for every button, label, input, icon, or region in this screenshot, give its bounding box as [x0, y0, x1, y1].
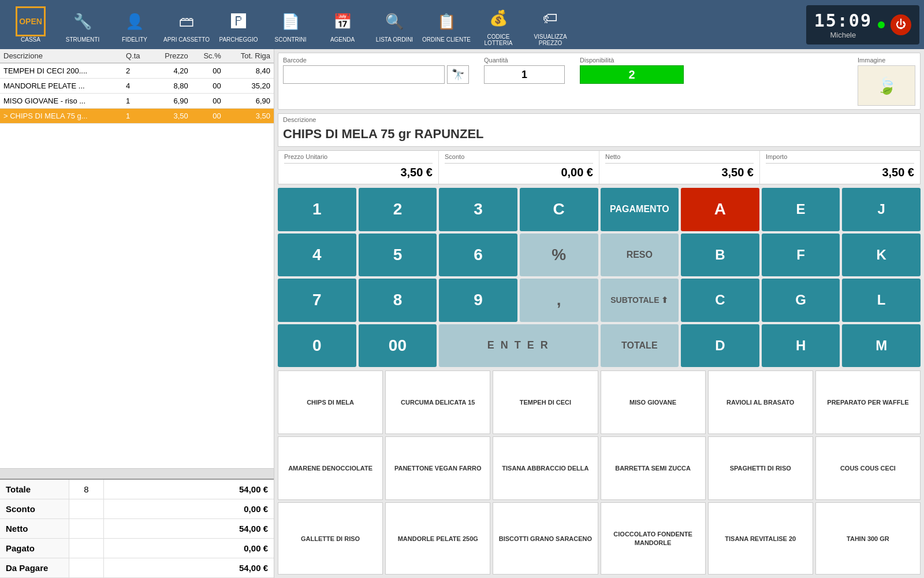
btn-totale[interactable]: TOTALE — [601, 324, 679, 368]
pagato-qty — [69, 539, 104, 558]
product-btn-4[interactable]: RAVIOLI AL BRASATO — [708, 370, 813, 434]
price-sconto-val: 0,00 € — [445, 163, 593, 181]
btn-f[interactable]: F — [762, 234, 840, 277]
toolbar-btn-strumenti[interactable]: 🔧 STRUMENTI — [57, 3, 109, 46]
product-btn-13[interactable]: MANDORLE PELATE 250G — [385, 502, 490, 575]
btn-d[interactable]: D — [681, 324, 759, 368]
product-btn-2[interactable]: TEMPEH DI CECI — [493, 370, 598, 434]
num-5[interactable]: 5 — [359, 234, 437, 277]
prezzo-label: Prezzo Unitario — [284, 153, 433, 160]
col-totriga: Tot. Riga — [225, 49, 274, 63]
row-sc: 00 — [192, 79, 225, 94]
product-btn-8[interactable]: TISANA ABBRACCIO DELLA — [493, 436, 598, 500]
codice-lotteria-icon: 💰 — [483, 3, 513, 34]
toolbar-label-parcheggio: PARCHEGGIO — [219, 36, 258, 43]
barcode-row: Barcode 🔭 Quantità Disponibilità 2 Immag… — [278, 53, 921, 110]
qty-input[interactable] — [484, 65, 565, 84]
barcode-input[interactable] — [283, 65, 445, 84]
scan-button[interactable]: 🔭 — [447, 65, 469, 84]
btn-m[interactable]: M — [842, 324, 921, 368]
toolbar-btn-cassa[interactable]: OPEN CASSA — [5, 3, 57, 46]
toolbar-btn-lista-ordini[interactable]: 🔍 LISTA ORDINI — [368, 3, 420, 46]
power-button[interactable]: ⏻ — [891, 14, 911, 35]
product-btn-16[interactable]: TISANA REVITALISE 20 — [708, 502, 813, 575]
btn-comma[interactable]: , — [520, 279, 598, 322]
toolbar: OPEN CASSA 🔧 STRUMENTI 👤 FIDELITY 🗃 APRI… — [0, 0, 924, 49]
order-row-0[interactable]: TEMPEH DI CECI 200.... 2 4,20 00 8,40 — [0, 63, 274, 79]
product-btn-15[interactable]: CIOCCOLATO FONDENTE MANDORLE — [601, 502, 706, 575]
totals-section: Totale 8 54,00 € Sconto 0,00 € Netto 54,… — [0, 479, 274, 578]
image-label: Immagine — [858, 57, 915, 64]
num-7[interactable]: 7 — [278, 279, 356, 322]
price-sconto-label: Sconto — [445, 153, 593, 160]
num-0[interactable]: 0 — [278, 324, 356, 368]
btn-l[interactable]: L — [842, 279, 921, 322]
price-netto-label: Netto — [605, 153, 754, 160]
num-8[interactable]: 8 — [359, 279, 437, 322]
product-btn-5[interactable]: PREPARATO PER WAFFLE — [815, 370, 921, 434]
toolbar-btn-agenda[interactable]: 📅 AGENDA — [316, 3, 368, 46]
netto-value: 54,00 € — [104, 519, 274, 538]
product-image: 🍃 — [858, 65, 915, 106]
btn-k[interactable]: K — [842, 234, 921, 277]
product-btn-7[interactable]: PANETTONE VEGAN FARRO — [385, 436, 490, 500]
order-row-3[interactable]: > CHIPS DI MELA 75 g... 1 3,50 00 3,50 — [0, 109, 274, 124]
product-btn-6[interactable]: AMARENE DENOCCIOLATE — [278, 436, 383, 500]
totale-qty: 8 — [69, 480, 104, 499]
row-sc: 00 — [192, 109, 225, 124]
scrollbar[interactable] — [0, 468, 274, 479]
num-2[interactable]: 2 — [359, 188, 437, 231]
num-1[interactable]: 1 — [278, 188, 356, 231]
product-btn-14[interactable]: BISCOTTI GRANO SARACENO — [493, 502, 598, 575]
qty-label: Quantità — [484, 57, 565, 64]
btn-g[interactable]: G — [762, 279, 840, 322]
product-btn-9[interactable]: BARRETTA SEMI ZUCCA — [601, 436, 706, 500]
row-total: 3,50 — [225, 109, 274, 124]
btn-subtotale[interactable]: SUBTOTALE ⬆ — [601, 279, 679, 322]
btn-reso[interactable]: RESO — [601, 234, 679, 277]
btn-percent[interactable]: % — [520, 234, 598, 277]
num-3[interactable]: 3 — [439, 188, 517, 231]
strumenti-icon: 🔧 — [68, 6, 98, 36]
open-icon: OPEN — [16, 6, 46, 36]
toolbar-btn-scontrini[interactable]: 📄 SCONTRINI — [264, 3, 316, 46]
num-4[interactable]: 4 — [278, 234, 356, 277]
product-btn-10[interactable]: SPAGHETTI DI RISO — [708, 436, 813, 500]
row-price: 4,20 — [151, 63, 192, 79]
btn-enter[interactable]: E N T E R — [439, 324, 598, 368]
btn-c-alpha[interactable]: C — [681, 279, 759, 322]
order-row-1[interactable]: MANDORLE PELATE ... 4 8,80 00 35,20 — [0, 79, 274, 94]
product-btn-17[interactable]: TAHIN 300 GR — [815, 502, 921, 575]
toolbar-btn-fidelity[interactable]: 👤 FIDELITY — [109, 3, 161, 46]
order-row-2[interactable]: MISO GIOVANE - riso ... 1 6,90 00 6,90 — [0, 94, 274, 109]
main-layout: Descrizione Q.ta Prezzo Sc.% Tot. Riga T… — [0, 49, 924, 578]
product-btn-1[interactable]: CURCUMA DELICATA 15 — [385, 370, 490, 434]
toolbar-btn-visualizza-prezzo[interactable]: 🏷 VISUALIZZA PREZZO — [524, 3, 576, 46]
num-6[interactable]: 6 — [439, 234, 517, 277]
qty-group: Quantità — [484, 57, 565, 106]
num-00[interactable]: 00 — [359, 324, 437, 368]
num-9[interactable]: 9 — [439, 279, 517, 322]
toolbar-btn-ordine-cliente[interactable]: 📋 ORDINE CLIENTE — [420, 3, 472, 46]
toolbar-label-ordine-cliente: ORDINE CLIENTE — [422, 36, 471, 43]
toolbar-btn-parcheggio[interactable]: 🅿 PARCHEGGIO — [213, 3, 264, 46]
btn-b[interactable]: B — [681, 234, 759, 277]
btn-pagamento[interactable]: PAGAMENTO — [601, 188, 679, 231]
product-btn-3[interactable]: MISO GIOVANE — [601, 370, 706, 434]
product-btn-12[interactable]: GALLETTE DI RISO — [278, 502, 383, 575]
toolbar-label-strumenti: STRUMENTI — [66, 36, 99, 43]
toolbar-btn-apri-cassetto[interactable]: 🗃 APRI CASSETTO — [161, 3, 213, 46]
toolbar-btn-codice-lotteria[interactable]: 💰 CODICE LOTTERIA — [472, 3, 524, 46]
fidelity-icon: 👤 — [120, 6, 150, 36]
disp-group: Disponibilità 2 — [580, 57, 684, 106]
product-btn-0[interactable]: CHIPS DI MELA — [278, 370, 383, 434]
product-btn-11[interactable]: COUS COUS CECI — [815, 436, 921, 500]
toolbar-label-codice-lotteria: CODICE LOTTERIA — [472, 34, 524, 46]
btn-h[interactable]: H — [762, 324, 840, 368]
row-desc: MANDORLE PELATE ... — [0, 79, 122, 94]
btn-e[interactable]: E — [762, 188, 840, 231]
btn-j[interactable]: J — [842, 188, 921, 231]
btn-a[interactable]: A — [681, 188, 759, 231]
sconto-qty — [69, 499, 104, 518]
num-c[interactable]: C — [520, 188, 598, 231]
